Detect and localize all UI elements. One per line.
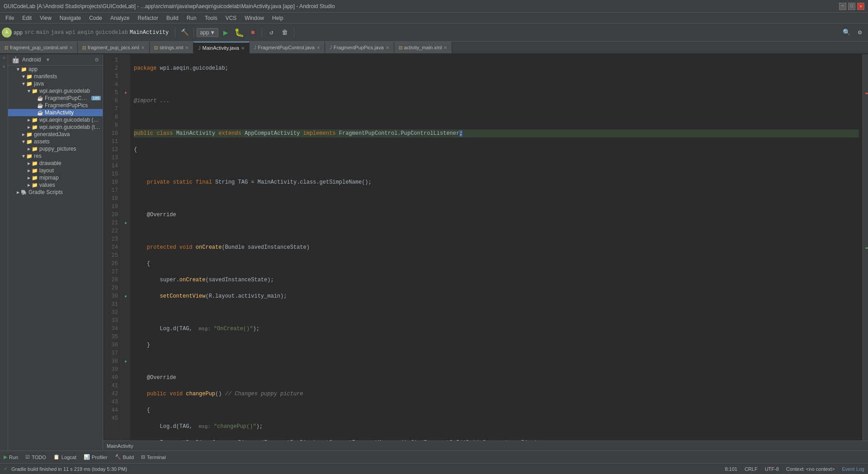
tree-item-layout[interactable]: ▸ 📁 layout	[8, 167, 103, 174]
app-label: app	[14, 29, 23, 36]
tab-close-icon[interactable]: ✕	[185, 45, 189, 50]
tab-fragment-pup-pics-xml[interactable]: ⊡ fragment_pup_pics.xml ✕	[78, 42, 150, 53]
tab-close-icon[interactable]: ✕	[386, 45, 389, 50]
menu-edit[interactable]: Edit	[19, 14, 35, 22]
menu-view[interactable]: View	[36, 14, 55, 22]
sync-btn[interactable]: ↺	[265, 26, 278, 39]
folder-icon: 📁	[26, 153, 33, 159]
tab-close-icon[interactable]: ✕	[241, 46, 245, 51]
tree-item-label: wpi.aeqin.guicodelab	[39, 88, 90, 94]
folder-icon: 📁	[26, 132, 33, 137]
tree-item-wpi-test[interactable]: ▸ 📁 wpi.aeqin.guicodelab (test)	[8, 123, 103, 131]
search-btn[interactable]: 🔍	[840, 26, 853, 39]
tree-item-assets[interactable]: ▾ 📁 assets	[8, 138, 103, 145]
tree-item-fragment-pup-pics[interactable]: ☕ FragmentPupPics	[8, 102, 103, 109]
event-log-link[interactable]: Event Log	[842, 466, 864, 472]
status-left: ✓ Gradle build finished in 11 s 219 ms (…	[4, 466, 127, 472]
tree-item-mipmap[interactable]: ▸ 📁 mipmap	[8, 174, 103, 181]
tree-item-drawable[interactable]: ▸ 📁 drawable	[8, 160, 103, 167]
tab-strings-xml[interactable]: ⊡ strings.xml ✕	[150, 42, 194, 53]
line-separator[interactable]: CRLF	[745, 466, 758, 472]
menu-vcs[interactable]: VCS	[222, 14, 241, 22]
left-tool-icon-1[interactable]: ≡	[3, 56, 5, 61]
menu-analyze[interactable]: Analyze	[107, 14, 133, 22]
expand-arrow-icon: ▸	[26, 146, 32, 152]
tree-item-wpi-android[interactable]: ▸ 📁 wpi.aeqin.guicodelab (androidT	[8, 116, 103, 123]
folder-icon: 📁	[32, 124, 38, 130]
code-line-2	[134, 81, 859, 89]
breakpoint-icon-5[interactable]: ●	[124, 90, 127, 95]
menu-window[interactable]: Window	[241, 14, 268, 22]
menu-refactor[interactable]: Refactor	[134, 14, 162, 22]
tree-item-fragment-pup-control[interactable]: ☕ FragmentPupControl 185	[8, 95, 103, 102]
minimize-button[interactable]: ─	[839, 3, 846, 10]
badge: 185	[91, 96, 101, 100]
run-tool-item[interactable]: ▶ Run	[4, 454, 18, 460]
tree-item-mainactivity[interactable]: ☕ MainActivity	[8, 109, 103, 116]
file-tree-sidebar: 🤖 Android ▼ ⚙ ▾ 📁 app ▾ 📁 manifests ▾ 📁 …	[8, 54, 103, 450]
menu-run[interactable]: Run	[183, 14, 200, 22]
tab-close-icon[interactable]: ✕	[443, 45, 447, 50]
tree-item-label: wpi.aeqin.guicodelab (androidT	[39, 117, 101, 123]
tab-close-icon[interactable]: ✕	[69, 45, 73, 50]
folder-icon: 📁	[32, 182, 38, 188]
run-tool-label: Run	[9, 455, 18, 460]
build-btn[interactable]: 🔨	[178, 26, 191, 39]
debug-button[interactable]: 🐛	[233, 26, 245, 39]
sidebar-dropdown-icon[interactable]: ▼	[45, 57, 50, 62]
tree-item-res[interactable]: ▾ 📁 res	[8, 152, 103, 160]
profiler-tool-item[interactable]: 📊 Profiler	[84, 454, 108, 460]
tab-fragment-pup-pics-java[interactable]: J FragmentPupPics.java ✕	[325, 42, 394, 53]
encoding-label[interactable]: UTF-8	[765, 466, 779, 472]
tree-item-puppy-pictures[interactable]: ▸ 📁 puppy_pictures	[8, 145, 103, 152]
folder-icon: 📁	[32, 88, 38, 94]
left-tool-icon-2[interactable]: ⊕	[3, 64, 5, 69]
tree-item-java[interactable]: ▾ 📁 java	[8, 80, 103, 87]
tab-close-icon[interactable]: ✕	[141, 45, 145, 50]
terminal-tool-item[interactable]: ⊟ Terminal	[141, 454, 166, 460]
tab-mainactivity-java[interactable]: J MainActivity.java ✕	[193, 42, 249, 53]
title-bar-controls[interactable]: ─ □ ✕	[839, 3, 864, 10]
tab-label: FragmentPupPics.java	[334, 45, 384, 50]
folder-icon: 📁	[32, 117, 38, 123]
expand-arrow-icon: ▸	[26, 167, 32, 174]
settings-btn[interactable]: ⚙	[854, 26, 866, 39]
tree-item-app[interactable]: ▾ 📁 app	[8, 66, 103, 73]
tree-item-wpi-aeqin[interactable]: ▾ 📁 wpi.aeqin.guicodelab	[8, 87, 103, 95]
code-editor[interactable]: 1 2 3 4 5 6 7 8 9 10 11 12 13 14 15 16 1…	[103, 54, 868, 441]
maximize-button[interactable]: □	[848, 3, 855, 10]
run-config-dropdown[interactable]: app ▼	[197, 28, 218, 37]
menu-navigate[interactable]: Navigate	[56, 14, 85, 22]
menu-code[interactable]: Code	[85, 14, 106, 22]
folder-icon: 📁	[32, 168, 38, 174]
cursor-position[interactable]: 8:101	[725, 466, 737, 472]
tree-item-values[interactable]: ▸ 📁 values	[8, 181, 103, 189]
todo-tool-item[interactable]: ☑ TODO	[25, 454, 46, 460]
menu-help[interactable]: Help	[269, 14, 287, 22]
tab-fragment-pup-control-xml[interactable]: ⊡ fragment_pup_control.xml ✕	[0, 42, 78, 53]
logcat-tool-item[interactable]: 📋 Logcat	[53, 454, 76, 460]
tab-fragment-pup-control-java[interactable]: J FragmentPupControl.java ✕	[250, 42, 325, 53]
invalidate-caches-btn[interactable]: 🗑	[278, 26, 291, 39]
tree-item-manifests[interactable]: ▾ 📁 manifests	[8, 73, 103, 80]
run-button[interactable]: ▶	[219, 26, 232, 39]
folder-icon: 📁	[26, 74, 33, 80]
toolbar-separator-1	[175, 27, 175, 38]
sidebar-settings-icon[interactable]: ⚙	[94, 57, 99, 63]
tab-close-icon[interactable]: ✕	[316, 45, 320, 50]
tab-activity-main-xml[interactable]: ⊡ activity_main.xml ✕	[394, 42, 453, 53]
menu-build[interactable]: Build	[163, 14, 182, 22]
tree-item-generated-java[interactable]: ▸ 📁 generatedJava	[8, 131, 103, 138]
stop-button[interactable]: ■	[246, 26, 259, 39]
tab-bar: ⊡ fragment_pup_control.xml ✕ ⊡ fragment_…	[0, 42, 868, 54]
build-tool-item[interactable]: 🔨 Build	[115, 454, 134, 460]
tree-item-gradle-scripts[interactable]: ▸ 🐘 Gradle Scripts	[8, 189, 103, 196]
expand-arrow-icon: ▾	[21, 138, 26, 145]
code-line-9	[134, 194, 859, 203]
menu-tools[interactable]: Tools	[201, 14, 221, 22]
tab-xml-icon: ⊡	[82, 45, 86, 50]
menu-file[interactable]: File	[2, 14, 18, 22]
error-marker	[865, 93, 868, 94]
close-button[interactable]: ✕	[857, 3, 864, 10]
code-content[interactable]: package wpi.aeqin.guicodelab; @import ..…	[130, 54, 863, 441]
